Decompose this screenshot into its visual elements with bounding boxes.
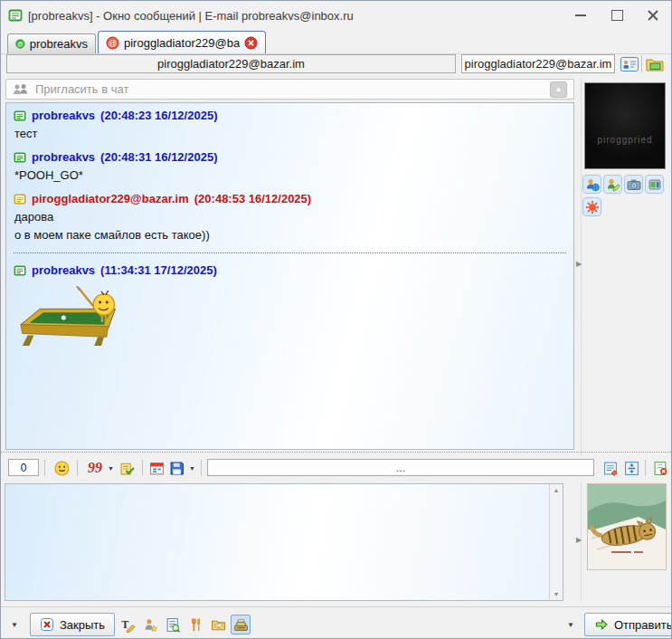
invite-placeholder: Пригласить в чат	[35, 82, 544, 96]
maximize-icon	[611, 10, 623, 21]
outgoing-note-icon	[14, 151, 26, 164]
peer-avatar[interactable]: piroggpried	[584, 82, 666, 169]
font-icon: T	[120, 617, 136, 633]
message-input[interactable]: ▲ ▼	[5, 483, 563, 601]
quotes-button[interactable]: 99	[84, 459, 106, 477]
media-button[interactable]	[645, 175, 664, 194]
input-scrollbar[interactable]: ▲ ▼	[549, 484, 563, 600]
input-panel-splitter[interactable]: ▶	[574, 533, 583, 546]
minimize-button[interactable]	[563, 3, 599, 27]
close-button[interactable]: Закрыть	[30, 613, 115, 636]
close-red-x-icon	[40, 617, 54, 632]
window-controls	[563, 3, 671, 27]
close-options-dropdown[interactable]: ▼	[5, 614, 24, 635]
splitter-grip[interactable]	[1, 452, 672, 453]
page-clear-icon	[653, 461, 668, 476]
svg-text:@: @	[109, 38, 118, 47]
cat-painting	[588, 484, 666, 569]
divider	[641, 55, 642, 72]
note-eraser-icon	[603, 461, 619, 476]
avatar-caption	[611, 551, 631, 553]
clear-input-button[interactable]	[651, 459, 669, 477]
contact-card-icon	[620, 57, 639, 72]
send-options-dropdown[interactable]: ▼	[561, 614, 581, 635]
send-button-label: Отправить	[614, 618, 672, 632]
scroll-up-icon[interactable]: ▲	[554, 484, 560, 496]
send-arrow-icon	[594, 617, 609, 632]
history-button[interactable]	[163, 615, 183, 634]
scroll-down-icon[interactable]: ▼	[554, 588, 560, 600]
archive-folder-button[interactable]	[208, 615, 228, 634]
message-author: probreakvs	[32, 109, 95, 122]
group-people-icon	[13, 83, 29, 96]
paste-check-button[interactable]	[118, 459, 136, 477]
font-format-button[interactable]: T	[118, 615, 137, 634]
divider	[645, 460, 646, 476]
svg-text:T: T	[121, 618, 128, 630]
bottom-bar: ▼ Закрыть T	[1, 606, 672, 639]
maximize-button[interactable]	[599, 3, 635, 27]
divider	[77, 460, 78, 476]
settings-button[interactable]	[185, 615, 205, 634]
tab-label: probreakvs	[30, 37, 88, 51]
self-avatar[interactable]	[587, 483, 667, 570]
char-counter: 0	[8, 459, 39, 476]
mood-button[interactable]	[582, 197, 601, 216]
tools-icon	[188, 617, 203, 633]
contact-card-button[interactable]	[620, 55, 639, 72]
expand-input-button[interactable]	[622, 459, 640, 477]
send-button[interactable]: Отправить	[584, 613, 672, 636]
message-text: тест	[14, 127, 566, 140]
arrow-up-icon: ▲	[555, 85, 563, 93]
red-sun-icon	[585, 200, 600, 215]
window-title: [probreakvs] - Окно сообщений | E-mail p…	[28, 9, 354, 23]
typewriter-mode-button[interactable]	[231, 615, 251, 634]
expand-vertical-icon	[624, 461, 639, 476]
quote-edit-button[interactable]	[601, 459, 620, 477]
edit-contact-button[interactable]	[603, 175, 622, 194]
typewriter-icon	[233, 617, 249, 633]
footer-tools: T	[118, 615, 251, 634]
smiley-icon	[54, 461, 70, 476]
history-calendar-button[interactable]	[147, 459, 166, 477]
floppy-disk-icon	[169, 461, 185, 476]
message-author: probreakvs	[32, 263, 95, 277]
message-header: piroggladiator229@bazar.im (20:48:53 16/…	[14, 192, 566, 205]
collapse-invite-button[interactable]: ▲	[550, 81, 567, 98]
message-header: probreakvs (11:34:31 17/12/2025)	[14, 263, 566, 277]
tab-strip: @ probreakvs @ piroggladiator229@bazar..…	[1, 30, 672, 54]
message-time: (20:48:31 16/12/2025)	[100, 150, 217, 164]
quotes-dropdown[interactable]: ▼	[106, 459, 116, 477]
account-jid-field[interactable]: piroggladiator229@bazar.im	[461, 54, 615, 73]
close-window-button[interactable]	[635, 3, 671, 27]
svg-text:@: @	[17, 41, 24, 47]
tab-piroggladiator[interactable]: @ piroggladiator229@bazar...	[98, 31, 266, 53]
divider	[142, 460, 143, 476]
media-card-icon	[648, 177, 662, 192]
billiards-smiley-emoticon	[15, 286, 566, 355]
close-tab-icon[interactable]	[244, 36, 258, 50]
calendar-icon	[149, 461, 165, 476]
open-folder-button[interactable]	[645, 55, 665, 72]
user-info-button[interactable]	[582, 175, 601, 194]
contact-jid-field[interactable]: piroggladiator229@bazar.im	[6, 54, 456, 73]
quick-answers-box[interactable]: ...	[207, 459, 594, 476]
tab-probreakvs[interactable]: @ probreakvs	[7, 33, 96, 53]
quotes-icon: 99	[88, 460, 102, 476]
chat-panel-splitter[interactable]: ▶	[574, 257, 583, 270]
folder-icon	[646, 57, 664, 72]
message-author: piroggladiator229@bazar.im	[32, 192, 189, 205]
save-dropdown[interactable]: ▼	[187, 459, 197, 477]
user-star-button[interactable]	[140, 615, 160, 634]
message-text: о в моем паке смайлов есть такое))	[14, 228, 566, 242]
webcam-button[interactable]	[624, 175, 643, 194]
history-search-icon	[166, 617, 181, 633]
chat-log[interactable]: probreakvs (20:48:23 16/12/2025) тест pr…	[5, 102, 574, 450]
save-button[interactable]	[167, 459, 185, 477]
message-time: (20:48:23 16/12/2025)	[100, 109, 217, 122]
close-button-label: Закрыть	[60, 618, 105, 632]
incoming-note-icon	[14, 193, 26, 205]
minimize-icon	[575, 14, 586, 16]
invite-to-chat-bar[interactable]: Пригласить в чат ▲	[5, 79, 574, 100]
smileys-button[interactable]	[52, 459, 71, 477]
